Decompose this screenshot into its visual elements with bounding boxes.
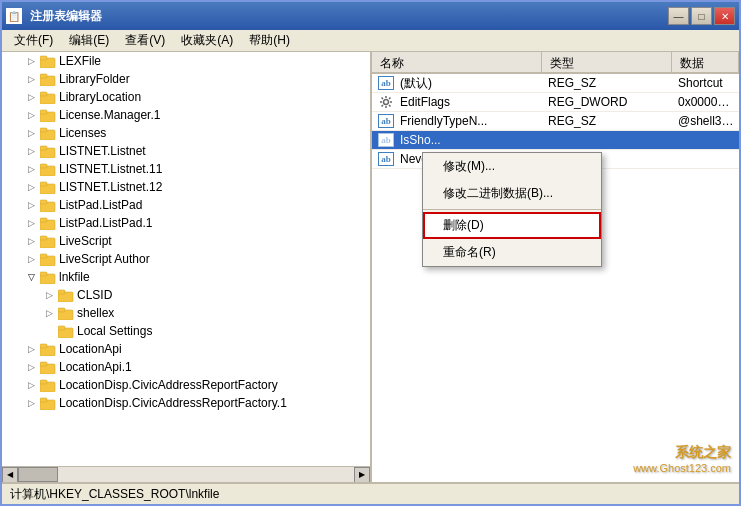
tree-item-locationdisp1[interactable]: ▷ LocationDisp.CivicAddressReportFactory… [2, 394, 370, 412]
ctx-item-rename[interactable]: 重命名(R) [423, 239, 601, 266]
folder-icon [40, 144, 56, 158]
folder-icon [58, 324, 74, 338]
tree-label: Local Settings [77, 324, 152, 338]
ctx-item-modify-binary[interactable]: 修改二进制数据(B)... [423, 180, 601, 207]
tree-panel: ▷ LEXFile ▷ LibraryFolder ▷ [2, 52, 372, 482]
tree-item-licenses[interactable]: ▷ Licenses [2, 124, 370, 142]
menu-edit[interactable]: 编辑(E) [61, 30, 117, 51]
tree-label: LocationDisp.CivicAddressReportFactory.1 [59, 396, 287, 410]
svg-rect-33 [40, 344, 47, 348]
tree-item-librarylocation[interactable]: ▷ LibraryLocation [2, 88, 370, 106]
expander-icon: ▷ [24, 54, 38, 68]
minimize-button[interactable]: — [668, 7, 689, 25]
svg-rect-1 [40, 56, 47, 60]
expander-icon: ▷ [24, 126, 38, 140]
expander-icon: ▷ [24, 180, 38, 194]
menu-favorites[interactable]: 收藏夹(A) [173, 30, 241, 51]
right-panel: 名称 类型 数据 ab (默认) REG_SZ Shortcut [372, 52, 739, 482]
tree-label: lnkfile [59, 270, 90, 284]
reg-item-default[interactable]: ab (默认) REG_SZ Shortcut [372, 74, 739, 93]
tree-label: LibraryFolder [59, 72, 130, 86]
svg-rect-11 [40, 146, 47, 150]
svg-rect-23 [40, 254, 47, 258]
folder-icon [40, 108, 56, 122]
tree-label: LISTNET.Listnet.11 [59, 162, 162, 176]
menu-view[interactable]: 查看(V) [117, 30, 173, 51]
maximize-button[interactable]: □ [691, 7, 712, 25]
reg-item-editflags[interactable]: EditFlags REG_DWORD 0x00000001 (1) [372, 93, 739, 112]
tree-item-listnet12[interactable]: ▷ LISTNET.Listnet.12 [2, 178, 370, 196]
scroll-left-btn[interactable]: ◀ [2, 467, 18, 483]
tree-label: LiveScript [59, 234, 112, 248]
folder-icon [58, 288, 74, 302]
expander-icon: ▽ [24, 270, 38, 284]
status-bar: 计算机\HKEY_CLASSES_ROOT\lnkfile [2, 482, 739, 504]
tree-item-listnet[interactable]: ▷ LISTNET.Listnet [2, 142, 370, 160]
expander-icon: ▷ [24, 342, 38, 356]
reg-name-default: (默认) [396, 75, 544, 92]
tree-item-clsid[interactable]: ▷ CLSID [2, 286, 370, 304]
reg-name-issho: IsSho... [396, 133, 544, 147]
tree-hscrollbar[interactable]: ◀ ▶ [2, 466, 370, 482]
folder-icon [40, 198, 56, 212]
tree-item-lexfile[interactable]: ▷ LEXFile [2, 52, 370, 70]
expander-icon: ▷ [24, 90, 38, 104]
reg-icon-gear [376, 93, 396, 112]
scroll-thumb[interactable] [18, 467, 58, 482]
menu-file[interactable]: 文件(F) [6, 30, 61, 51]
tree-item-listpad1[interactable]: ▷ ListPad.ListPad.1 [2, 214, 370, 232]
svg-rect-21 [40, 236, 47, 240]
folder-icon [40, 378, 56, 392]
tree-item-libraryfolder[interactable]: ▷ LibraryFolder [2, 70, 370, 88]
reg-icon-ab3: ab [376, 131, 396, 150]
expander-icon: ▷ [24, 198, 38, 212]
tree-item-listnet11[interactable]: ▷ LISTNET.Listnet.11 [2, 160, 370, 178]
tree-item-lnkfile[interactable]: ▽ lnkfile [2, 268, 370, 286]
window-title: 注册表编辑器 [26, 8, 664, 25]
expander-icon: ▷ [24, 252, 38, 266]
svg-rect-9 [40, 128, 47, 132]
window-controls: — □ ✕ [668, 7, 735, 25]
svg-rect-27 [58, 290, 65, 294]
tree-label: LISTNET.Listnet [59, 144, 146, 158]
scroll-right-btn[interactable]: ▶ [354, 467, 370, 483]
folder-icon [40, 234, 56, 248]
tree-scroll[interactable]: ▷ LEXFile ▷ LibraryFolder ▷ [2, 52, 370, 466]
reg-item-issho[interactable]: ab IsSho... [372, 131, 739, 150]
close-button[interactable]: ✕ [714, 7, 735, 25]
ctx-item-delete[interactable]: 删除(D) [423, 212, 601, 239]
tree-item-locationapi[interactable]: ▷ LocationApi [2, 340, 370, 358]
reg-icon-ab4: ab [376, 150, 396, 169]
tree-item-local-settings[interactable]: ▷ Local Settings [2, 322, 370, 340]
tree-item-livescriptauthor[interactable]: ▷ LiveScript Author [2, 250, 370, 268]
tree-item-locationdisp[interactable]: ▷ LocationDisp.CivicAddressReportFactory [2, 376, 370, 394]
reg-icon-ab2: ab [376, 112, 396, 131]
ctx-item-modify[interactable]: 修改(M)... [423, 153, 601, 180]
svg-rect-3 [40, 74, 47, 78]
expander-icon: ▷ [42, 288, 56, 302]
expander-icon: ▷ [24, 216, 38, 230]
expander-icon: ▷ [24, 162, 38, 176]
title-bar: 📋 注册表编辑器 — □ ✕ [2, 2, 739, 30]
folder-icon [40, 90, 56, 104]
svg-rect-37 [40, 380, 47, 384]
tree-item-locationapi1[interactable]: ▷ LocationApi.1 [2, 358, 370, 376]
tree-item-shellex[interactable]: ▷ shellex [2, 304, 370, 322]
svg-rect-31 [58, 326, 65, 330]
tree-item-livescript[interactable]: ▷ LiveScript [2, 232, 370, 250]
reg-name-editflags: EditFlags [396, 95, 544, 109]
folder-icon [40, 180, 56, 194]
tree-label: shellex [77, 306, 114, 320]
svg-rect-5 [40, 92, 47, 96]
tree-item-licensemanager[interactable]: ▷ License.Manager.1 [2, 106, 370, 124]
scroll-track[interactable] [18, 467, 354, 482]
menu-bar: 文件(F) 编辑(E) 查看(V) 收藏夹(A) 帮助(H) [2, 30, 739, 52]
reg-name-friendlytype: FriendlyTypeN... [396, 114, 544, 128]
tree-label: ListPad.ListPad [59, 198, 142, 212]
tree-label: LocationApi.1 [59, 360, 132, 374]
svg-rect-15 [40, 182, 47, 186]
tree-item-listpad[interactable]: ▷ ListPad.ListPad [2, 196, 370, 214]
col-name-header: 名称 [372, 52, 542, 72]
menu-help[interactable]: 帮助(H) [241, 30, 298, 51]
reg-item-friendlytype[interactable]: ab FriendlyTypeN... REG_SZ @shell32.dll,… [372, 112, 739, 131]
